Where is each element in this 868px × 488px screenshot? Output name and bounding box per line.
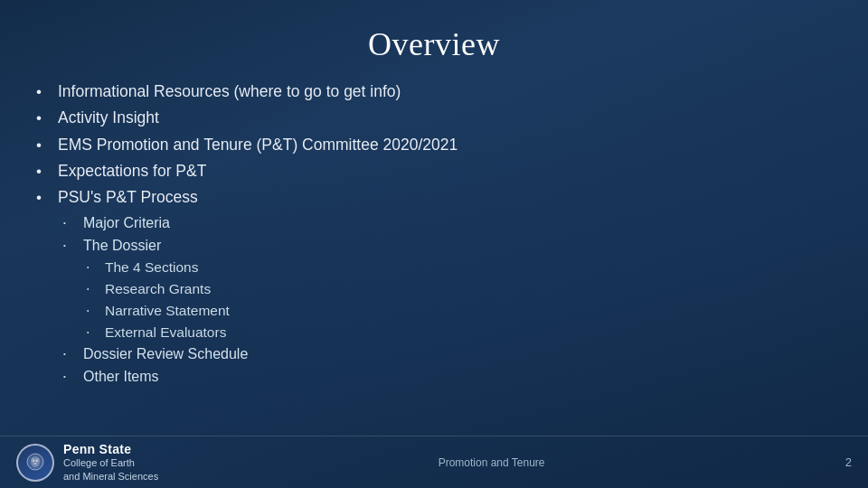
list-item: • Other Items	[36, 366, 832, 388]
content-area: • Informational Resources (where to go t…	[0, 80, 868, 488]
list-item: • Dossier Review Schedule	[36, 343, 832, 365]
penn-state-label: Penn State	[63, 442, 158, 456]
mineral-sciences-label: and Mineral Sciences	[63, 470, 158, 483]
logo-area: Penn State College of Earth and Mineral …	[16, 442, 158, 483]
bullet-icon: •	[87, 328, 98, 337]
penn-state-lion-icon	[16, 444, 54, 482]
bullet-icon: •	[36, 160, 51, 183]
bullet-icon: •	[63, 349, 76, 360]
bullet-icon: •	[63, 371, 76, 382]
list-item: • The Dossier	[36, 235, 832, 257]
list-item: • Narrative Statement	[36, 301, 832, 322]
footer-center-text: Promotion and Tenure	[439, 456, 545, 469]
svg-point-4	[33, 460, 35, 462]
svg-point-6	[33, 463, 37, 465]
bullet-icon: •	[63, 218, 76, 229]
list-item: • EMS Promotion and Tenure (P&T) Committ…	[36, 133, 832, 157]
footer: Penn State College of Earth and Mineral …	[0, 436, 868, 488]
list-item: • The 4 Sections	[36, 258, 832, 278]
svg-point-5	[36, 460, 38, 462]
list-item: • PSU's P&T Process	[36, 185, 832, 210]
list-item: • Activity Insight	[36, 106, 832, 130]
bullet-icon: •	[36, 186, 51, 210]
bullet-icon: •	[36, 107, 51, 130]
list-item: • Expectations for P&T	[36, 159, 832, 183]
bullet-icon: •	[87, 263, 98, 272]
bullet-icon: •	[63, 240, 76, 251]
slide: Overview • Informational Resources (wher…	[0, 0, 868, 488]
list-item: • Informational Resources (where to go t…	[36, 80, 832, 104]
page-number: 2	[825, 455, 852, 469]
bullet-icon: •	[36, 134, 51, 157]
list-item: • Major Criteria	[36, 212, 832, 234]
title-area: Overview	[0, 0, 868, 80]
list-item: • Research Grants	[36, 279, 832, 300]
list-item: • External Evaluators	[36, 323, 832, 343]
college-label: College of Earth	[63, 456, 158, 469]
slide-title: Overview	[0, 25, 868, 63]
bullet-icon: •	[87, 285, 98, 294]
logo-text: Penn State College of Earth and Mineral …	[63, 442, 158, 483]
bullet-icon: •	[36, 80, 51, 104]
bullet-icon: •	[87, 306, 98, 315]
